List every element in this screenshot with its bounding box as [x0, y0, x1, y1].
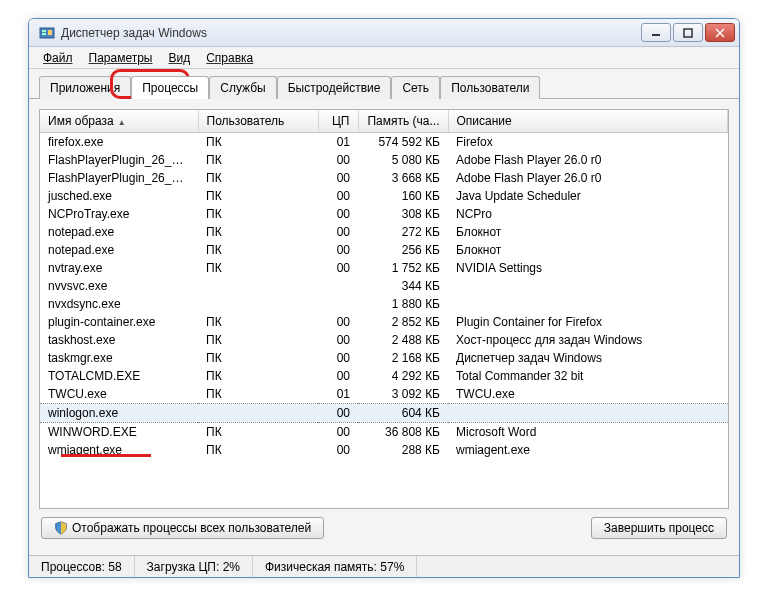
cell-desc: Java Update Scheduler [448, 187, 728, 205]
cell-desc: Plugin Container for Firefox [448, 313, 728, 331]
cell-desc: Total Commander 32 bit [448, 367, 728, 385]
content-panel: Имя образа▲ Пользователь ЦП Память (ча..… [29, 99, 739, 559]
menu-view[interactable]: Вид [160, 49, 198, 67]
cell-cpu [318, 295, 358, 313]
cell-user: ПК [198, 331, 318, 349]
cell-user: ПК [198, 367, 318, 385]
table-row[interactable]: jusched.exeПК00160 КБJava Update Schedul… [40, 187, 728, 205]
col-header-user[interactable]: Пользователь [198, 110, 318, 133]
cell-name: nvxdsync.exe [40, 295, 198, 313]
table-row[interactable]: FlashPlayerPlugin_26_0_0_1...ПК003 668 К… [40, 169, 728, 187]
table-row[interactable]: plugin-container.exeПК002 852 КБPlugin C… [40, 313, 728, 331]
cell-mem: 574 592 КБ [358, 133, 448, 152]
cell-name: nvtray.exe [40, 259, 198, 277]
cell-desc: NVIDIA Settings [448, 259, 728, 277]
cell-desc: TWCU.exe [448, 385, 728, 404]
cell-user: ПК [198, 259, 318, 277]
cell-desc [448, 404, 728, 423]
cell-desc: wmiagent.exe [448, 441, 728, 459]
table-row[interactable]: nvtray.exeПК001 752 КБNVIDIA Settings [40, 259, 728, 277]
col-header-cpu[interactable]: ЦП [318, 110, 358, 133]
cell-mem: 344 КБ [358, 277, 448, 295]
table-row[interactable]: notepad.exeПК00272 КББлокнот [40, 223, 728, 241]
minimize-button[interactable] [641, 23, 671, 42]
cell-mem: 308 КБ [358, 205, 448, 223]
table-row[interactable]: FlashPlayerPlugin_26_0_0_1...ПК005 080 К… [40, 151, 728, 169]
cell-mem: 2 168 КБ [358, 349, 448, 367]
table-row[interactable]: nvxdsync.exe1 880 КБ [40, 295, 728, 313]
table-row[interactable]: NCProTray.exeПК00308 КБNCPro [40, 205, 728, 223]
menu-help[interactable]: Справка [198, 49, 261, 67]
col-header-mem[interactable]: Память (ча... [358, 110, 448, 133]
tab-services[interactable]: Службы [209, 76, 276, 99]
svg-rect-1 [42, 30, 46, 32]
cell-mem: 1 752 КБ [358, 259, 448, 277]
bottom-buttons: Отображать процессы всех пользователей З… [39, 509, 729, 539]
table-row[interactable]: winlogon.exe00604 КБ [40, 404, 728, 423]
cell-name: TOTALCMD.EXE [40, 367, 198, 385]
cell-name: taskhost.exe [40, 331, 198, 349]
table-row[interactable]: WINWORD.EXEПК0036 808 КБMicrosoft Word [40, 423, 728, 442]
cell-user: ПК [198, 313, 318, 331]
menu-options[interactable]: Параметры [81, 49, 161, 67]
titlebar[interactable]: Диспетчер задач Windows [29, 19, 739, 47]
menu-file[interactable]: Файл [35, 49, 81, 67]
table-row[interactable]: taskhost.exeПК002 488 КБХост-процесс для… [40, 331, 728, 349]
task-manager-window: Диспетчер задач Windows Файл Параметры В… [28, 18, 740, 578]
tab-processes[interactable]: Процессы [131, 76, 209, 99]
cell-cpu: 00 [318, 313, 358, 331]
end-process-button[interactable]: Завершить процесс [591, 517, 727, 539]
show-all-users-button[interactable]: Отображать процессы всех пользователей [41, 517, 324, 539]
cell-cpu: 00 [318, 223, 358, 241]
cell-name: NCProTray.exe [40, 205, 198, 223]
cell-cpu: 00 [318, 367, 358, 385]
cell-user: ПК [198, 169, 318, 187]
cell-mem: 3 092 КБ [358, 385, 448, 404]
cell-name: FlashPlayerPlugin_26_0_0_1... [40, 151, 198, 169]
col-header-desc[interactable]: Описание [448, 110, 728, 133]
status-processes: Процессов: 58 [29, 556, 135, 577]
table-row[interactable]: notepad.exeПК00256 КББлокнот [40, 241, 728, 259]
table-row[interactable]: TWCU.exeПК013 092 КБTWCU.exe [40, 385, 728, 404]
cell-mem: 2 488 КБ [358, 331, 448, 349]
cell-cpu: 00 [318, 441, 358, 459]
tab-users[interactable]: Пользователи [440, 76, 540, 99]
cell-desc [448, 295, 728, 313]
cell-cpu: 01 [318, 385, 358, 404]
cell-desc: Adobe Flash Player 26.0 r0 [448, 169, 728, 187]
cell-mem: 3 668 КБ [358, 169, 448, 187]
cell-cpu: 00 [318, 423, 358, 442]
cell-name: FlashPlayerPlugin_26_0_0_1... [40, 169, 198, 187]
table-row[interactable]: firefox.exeПК01574 592 КБFirefox [40, 133, 728, 152]
cell-cpu: 00 [318, 331, 358, 349]
cell-name: wmiagent.exe [40, 441, 198, 459]
maximize-button[interactable] [673, 23, 703, 42]
cell-user: ПК [198, 151, 318, 169]
shield-icon [54, 521, 68, 535]
table-row[interactable]: taskmgr.exeПК002 168 КБДиспетчер задач W… [40, 349, 728, 367]
cell-name: TWCU.exe [40, 385, 198, 404]
cell-cpu: 00 [318, 151, 358, 169]
tabs: Приложения Процессы Службы Быстродействи… [29, 69, 739, 99]
close-button[interactable] [705, 23, 735, 42]
cell-name: taskmgr.exe [40, 349, 198, 367]
cell-cpu: 00 [318, 404, 358, 423]
tab-network[interactable]: Сеть [391, 76, 440, 99]
cell-name: notepad.exe [40, 241, 198, 259]
cell-user [198, 404, 318, 423]
cell-user: ПК [198, 241, 318, 259]
cell-user: ПК [198, 133, 318, 152]
cell-user: ПК [198, 205, 318, 223]
table-row[interactable]: nvvsvc.exe344 КБ [40, 277, 728, 295]
tab-performance[interactable]: Быстродействие [277, 76, 392, 99]
cell-user: ПК [198, 349, 318, 367]
tab-applications[interactable]: Приложения [39, 76, 131, 99]
cell-mem: 288 КБ [358, 441, 448, 459]
cell-desc: Блокнот [448, 241, 728, 259]
menubar: Файл Параметры Вид Справка [29, 47, 739, 69]
table-row[interactable]: TOTALCMD.EXEПК004 292 КБTotal Commander … [40, 367, 728, 385]
col-header-name[interactable]: Имя образа▲ [40, 110, 198, 133]
process-table-container[interactable]: Имя образа▲ Пользователь ЦП Память (ча..… [39, 109, 729, 509]
table-row[interactable]: wmiagent.exeПК00288 КБwmiagent.exe [40, 441, 728, 459]
cell-desc: Microsoft Word [448, 423, 728, 442]
